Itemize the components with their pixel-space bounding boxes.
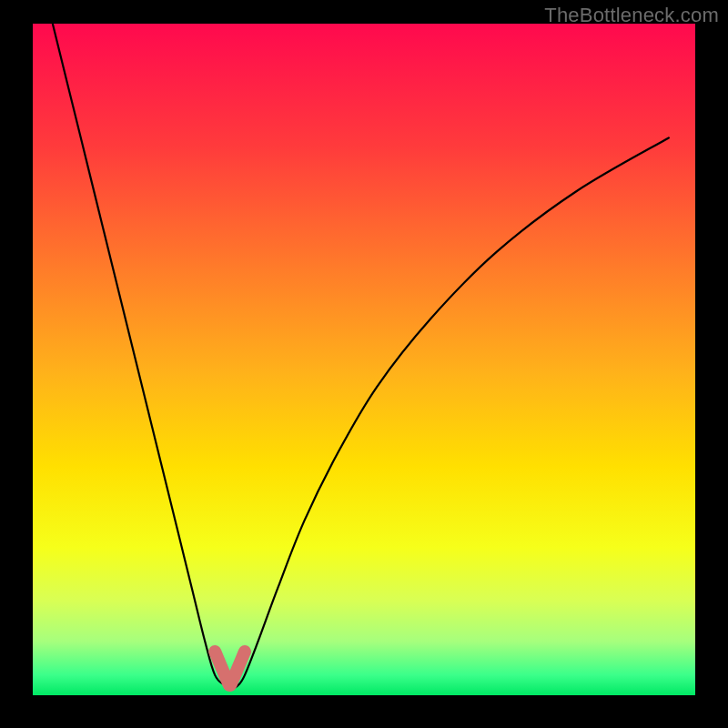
chart-frame: TheBottleneck.com: [0, 0, 728, 728]
bottleneck-chart: [0, 0, 728, 728]
watermark-text: TheBottleneck.com: [544, 4, 719, 27]
plot-background: [33, 24, 695, 695]
